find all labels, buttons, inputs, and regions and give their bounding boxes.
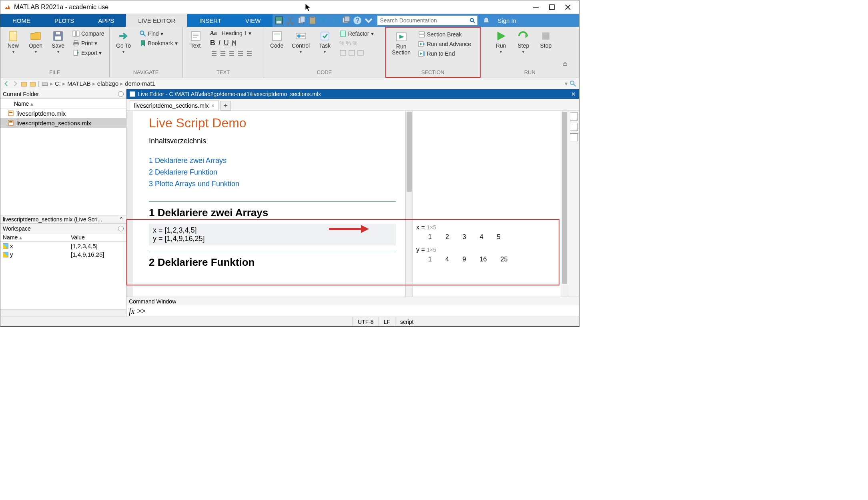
control-button[interactable]: Control▾ [290, 28, 312, 54]
output-inline-icon[interactable] [570, 112, 578, 120]
panel-menu-icon[interactable] [118, 91, 124, 97]
file-row[interactable]: livescriptdemo_sections.mlx [0, 118, 126, 128]
chevron-down-icon[interactable] [364, 16, 373, 25]
drive-icon[interactable] [41, 80, 48, 87]
toc-link[interactable]: 1 Deklariere zwei Arrays [149, 155, 396, 167]
text-button[interactable]: Text [186, 28, 205, 49]
run-section-button[interactable]: Run Section [389, 29, 413, 56]
find-button[interactable]: Find ▾ [138, 29, 179, 38]
open-button[interactable]: Open▾ [26, 28, 45, 54]
copy-icon[interactable] [297, 16, 306, 25]
output-var: y = [416, 246, 427, 253]
bell-icon[interactable] [481, 17, 491, 24]
section-heading: 2 Deklariere Funktion [149, 256, 396, 269]
search-field[interactable] [380, 17, 469, 24]
compare-button[interactable]: Compare [71, 29, 106, 38]
back-icon[interactable] [3, 80, 10, 87]
workspace-header-row[interactable]: Name ▴ Value [0, 233, 126, 242]
toc-link[interactable]: 3 Plotte Arrays und Funktion [149, 178, 396, 190]
run-button[interactable]: Run▾ [491, 28, 511, 54]
export-button[interactable]: Export ▾ [71, 48, 106, 57]
run-to-end-button[interactable]: Run to End [417, 49, 477, 58]
new-button[interactable]: New▾ [4, 28, 23, 54]
fx-icon[interactable]: fx [129, 307, 134, 316]
goto-button[interactable]: Go To▾ [113, 28, 134, 54]
close-editor-icon[interactable]: ✕ [571, 91, 576, 97]
forward-icon[interactable] [12, 80, 19, 87]
collapse-ribbon-icon[interactable] [562, 60, 568, 68]
refactor-button[interactable]: Refactor ▾ [338, 29, 382, 38]
section-break-button[interactable]: Section Break [417, 30, 477, 39]
chevron-down-icon[interactable]: ▾ [565, 80, 568, 87]
cut-icon[interactable] [285, 16, 295, 25]
tab-live-editor[interactable]: LIVE EDITOR [126, 14, 187, 27]
vertical-scrollbar[interactable] [561, 111, 568, 297]
output-right-icon[interactable] [570, 123, 578, 131]
stop-button[interactable]: Stop [536, 28, 555, 49]
hide-code-icon[interactable] [570, 133, 578, 141]
comment-buttons[interactable]: % % % [338, 39, 382, 48]
save-icon[interactable] [274, 16, 284, 25]
svg-point-14 [470, 18, 473, 22]
maximize-button[interactable] [544, 2, 560, 13]
undo-icon[interactable] [319, 16, 329, 25]
minimize-button[interactable] [528, 2, 544, 13]
redo-icon[interactable] [330, 16, 340, 25]
path-seg[interactable]: C: [55, 80, 61, 87]
search-folder-icon[interactable] [569, 80, 577, 87]
variable-icon [3, 252, 8, 257]
section-strip[interactable] [126, 111, 133, 297]
path-seg[interactable]: demo-mat1 [125, 80, 155, 87]
workspace-row[interactable]: y [1,4,9,16,25] [0, 250, 126, 259]
format-buttons[interactable]: B I U M [208, 38, 261, 48]
folder-history-icon[interactable] [29, 80, 36, 87]
search-input[interactable] [377, 16, 477, 25]
vertical-scrollbar[interactable] [405, 111, 413, 297]
step-button[interactable]: Step▾ [514, 28, 533, 54]
toc-link[interactable]: 2 Deklariere Funktion [149, 167, 396, 178]
file-list-header[interactable]: Name ▴ [0, 99, 126, 108]
toc-heading: Inhaltsverzeichnis [149, 137, 396, 145]
paste-icon[interactable] [308, 16, 317, 25]
path-seg[interactable]: MATLAB [67, 80, 91, 87]
tab-insert[interactable]: INSERT [187, 14, 233, 27]
tab-view[interactable]: VIEW [233, 14, 273, 27]
command-prompt[interactable]: fx >> [126, 305, 579, 317]
document-content[interactable]: Live Script Demo Inhaltsverzeichnis 1 De… [149, 111, 405, 297]
signin-link[interactable]: Sign In [493, 17, 521, 24]
file-row[interactable]: livescriptdemo.mlx [0, 108, 126, 118]
up-folder-icon[interactable] [20, 80, 28, 87]
run-advance-button[interactable]: Run and Advance [417, 40, 477, 48]
new-tab-button[interactable]: + [221, 101, 231, 110]
svg-rect-65 [30, 82, 36, 86]
indent-buttons[interactable] [338, 48, 382, 57]
active-section: 1 Deklariere zwei Arrays 1 2 x = [1,2,3,… [149, 201, 396, 252]
help-icon[interactable]: ? [353, 16, 362, 25]
tab-apps[interactable]: APPS [86, 14, 126, 27]
close-tab-icon[interactable]: × [211, 102, 214, 109]
print-button[interactable]: Print ▾ [71, 39, 106, 48]
tab-home[interactable]: HOME [0, 14, 42, 27]
code-button[interactable]: Code [267, 28, 287, 49]
svg-rect-3 [277, 21, 281, 24]
svg-point-25 [140, 31, 144, 34]
bookmark-button[interactable]: Bookmark ▾ [138, 39, 179, 48]
search-icon[interactable] [469, 18, 475, 23]
editor-titlebar: Live Editor - C:\MATLAB\elab2go\demo-mat… [126, 89, 579, 99]
task-button[interactable]: Task▾ [315, 28, 335, 54]
close-button[interactable] [560, 2, 576, 13]
chevron-up-icon[interactable]: ⌃ [119, 216, 124, 223]
heading-dropdown[interactable]: Aa Heading 1 ▾ [208, 29, 261, 37]
panel-menu-icon[interactable] [118, 226, 124, 231]
doc-tab[interactable]: livescriptdemo_sections.mlx × [130, 100, 219, 110]
save-button[interactable]: Save▾ [48, 28, 68, 54]
tab-plots[interactable]: PLOTS [42, 14, 86, 27]
horizontal-scrollbar[interactable] [0, 309, 126, 317]
list-align-buttons[interactable] [208, 49, 261, 58]
switch-windows-icon[interactable] [341, 16, 351, 25]
svg-rect-53 [340, 50, 346, 55]
editor-doc-icon [130, 91, 135, 97]
workspace-row[interactable]: x [1,2,3,4,5] [0, 242, 126, 250]
svg-rect-64 [21, 82, 27, 86]
path-seg[interactable]: elab2go [97, 80, 118, 87]
